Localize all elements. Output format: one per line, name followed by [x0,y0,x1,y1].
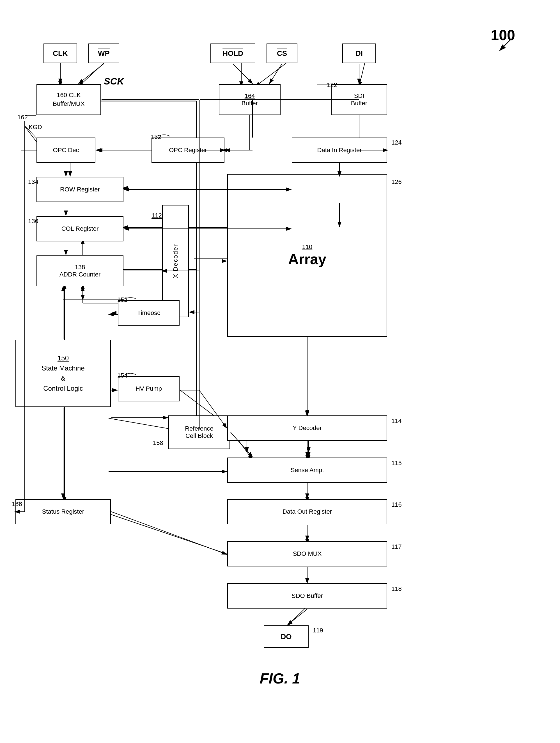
array-block: 110 Array [227,174,387,337]
cs-block: CS [267,44,297,63]
data-in-register-block: Data In Register [292,137,387,163]
diagram-container: 100 CLK WP HOLD CS DI 160 CLKBuffer/MUX … [0,0,560,743]
ref-162: 162 [17,114,28,121]
wp-block: WP [88,44,119,63]
status-register-block: Status Register [15,499,111,524]
do-block: DO [264,625,309,648]
ref-126: 126 [391,178,402,185]
sdo-mux-block: SDO MUX [227,541,387,566]
sense-amp-block: Sense Amp. [227,457,387,483]
ref-cell-block: ReferenceCell Block [168,416,230,449]
hold-block: HOLD [211,44,255,63]
ref-116: 116 [391,501,402,508]
clk-buffer-mux-block: 160 CLKBuffer/MUX [37,84,101,115]
svg-line-45 [108,514,232,556]
svg-line-65 [269,64,282,84]
timeosc-block: Timeosc [118,300,180,325]
ref-158: 158 [153,439,163,447]
svg-line-63 [79,64,104,84]
ref-118: 118 [391,585,402,593]
addr-counter-block: 138ADDR Counter [37,255,124,286]
svg-line-43 [288,606,307,625]
svg-line-35 [108,418,173,430]
svg-line-6 [359,63,365,86]
ref-114: 114 [391,418,402,425]
sdi-buffer-block: SDIBuffer [331,84,387,115]
hv-pump-block: HV Pump [118,376,180,401]
svg-line-112 [111,512,227,554]
sdo-buffer-block: SDO Buffer [227,583,387,609]
svg-line-3 [79,63,104,86]
col-register-block: COL Register [37,216,124,242]
ref-134: 134 [28,178,38,185]
ref-115: 115 [391,460,402,467]
sck-label: SCK [104,76,124,87]
svg-line-53 [500,39,511,50]
di-block: DI [342,44,376,63]
ref-136: 136 [28,218,38,225]
state-machine-block: 150State Machine&Control Logic [15,340,111,407]
ref-124: 124 [391,139,402,146]
y-decoder-block: Y Decoder [227,416,387,441]
svg-line-110 [288,609,307,625]
ref-119: 119 [313,627,323,634]
kgd-label: KGD [29,124,42,131]
fig-label: FIG. 1 [260,670,300,687]
clk-block: CLK [44,44,77,63]
svg-line-5 [255,63,286,86]
row-register-block: ROW Register [37,177,124,202]
ref-112: 112 [151,212,162,219]
opc-dec-block: OPC Dec [37,137,95,163]
svg-line-64 [233,64,252,84]
ref-100-arrow [494,37,516,53]
data-out-register-block: Data Out Register [227,499,387,524]
ref-117: 117 [391,543,402,551]
buffer-164-block: 164Buffer [219,84,281,115]
opc-register-block: OPC Register [151,137,225,163]
